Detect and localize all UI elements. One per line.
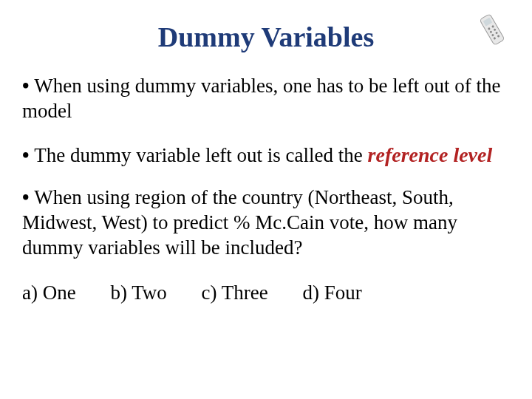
bullet-3-text: When using region of the country (Northe…	[22, 186, 457, 259]
reference-level-term: reference level	[368, 143, 493, 166]
bullet-2: • The dummy variable left out is called …	[22, 142, 510, 168]
bullet-3: • When using region of the country (Nort…	[22, 185, 510, 260]
slide-title: Dummy Variables	[22, 21, 510, 53]
clicker-icon	[473, 10, 511, 52]
bullet-2-text: The dummy variable left out is called th…	[34, 144, 367, 166]
choice-d[interactable]: d) Four	[303, 282, 362, 304]
bullet-1: • When using dummy variables, one has to…	[22, 74, 510, 124]
bullet-1-text: When using dummy variables, one has to b…	[22, 75, 501, 122]
bullet-dot: •	[22, 144, 34, 166]
svg-rect-0	[480, 14, 505, 46]
answer-choices: a) One b) Two c) Three d) Four	[22, 282, 510, 304]
bullet-dot: •	[22, 75, 34, 97]
choice-a[interactable]: a) One	[22, 282, 76, 304]
bullet-dot: •	[22, 186, 34, 208]
choice-b[interactable]: b) Two	[110, 282, 166, 304]
choice-c[interactable]: c) Three	[202, 282, 268, 304]
